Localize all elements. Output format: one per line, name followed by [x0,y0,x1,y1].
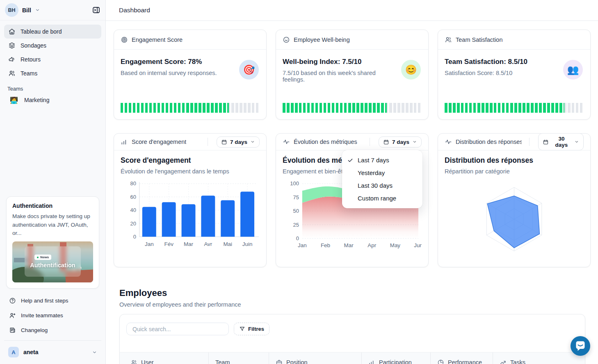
menu-item-last-30-days[interactable]: Last 30 days [342,179,422,192]
svg-text:Feb: Feb [321,242,330,248]
menu-item-yesterday[interactable]: Yesterday [342,166,422,179]
sidebar-item-label: Help and first steps [21,298,68,304]
user-plus-icon [9,312,16,319]
sidebar-item-label: Tableau de bord [21,28,62,35]
sidebar-item-label: Teams [21,70,37,77]
menu-item-last-7-days[interactable]: Last 7 days [342,154,422,166]
date-range-button[interactable]: 30 days [538,133,584,150]
column-header-participation[interactable]: Participation [361,353,430,364]
svg-text:Juin: Juin [242,241,253,247]
sidebar-item-teams[interactable]: Teams [4,66,101,80]
column-header-position[interactable]: Position [269,353,361,364]
sidebar-item-marketing[interactable]: 🧑‍💻Marketing [4,93,101,107]
chart-card-engagement: Score d'engagement 7 days Score d'engage… [114,133,267,267]
calendar-icon [221,139,227,145]
chat-launcher-button[interactable] [571,336,590,356]
app-root: BH Bill Tableau de bordSondagesRetoursTe… [0,0,598,364]
activity-icon [283,138,290,146]
avatar[interactable]: BH [5,3,18,17]
auth-image-label: Authentification [30,262,75,268]
team-list: 🧑‍💻Marketing [0,93,105,107]
card-header-title: Employee Well-being [294,36,350,43]
search-input[interactable] [126,323,229,335]
chevron-down-icon [92,350,97,355]
sidebar-item-feedback[interactable]: Retours [4,52,101,66]
users-icon [445,36,452,43]
table-header-row: UserTeamPositionParticipationPerformance… [120,352,585,364]
svg-text:20: 20 [130,221,136,227]
svg-text:Avr: Avr [204,241,212,247]
sidebar-item-dashboard[interactable]: Tableau de bord [4,25,101,39]
svg-text:Mar: Mar [184,241,194,247]
sidebar-item-changelog[interactable]: Changelog [5,323,100,337]
filters-button[interactable]: Filtres [234,323,269,335]
chevron-down-icon [250,139,255,144]
progress-stripes [121,103,260,113]
bar-chart-icon [121,138,128,146]
column-header-performance[interactable]: Performance [430,353,493,364]
column-label: Participation [379,359,412,364]
auth-promo-card[interactable]: Authentication Make docs private by sett… [6,196,99,289]
employees-section-header: Employees Overview of employees and thei… [119,288,585,308]
chevron-down-icon [574,139,579,144]
sidebar: BH Bill Tableau de bordSondagesRetoursTe… [0,0,106,364]
chart-title: Score d'engagement [121,156,260,165]
svg-text:Jun: Jun [414,242,422,248]
chat-bubble-icon [571,336,590,356]
date-range-menu: Last 7 daysYesterdayLast 30 daysCustom r… [342,150,422,208]
svg-text:0: 0 [133,234,136,240]
sidebar-nav: Tableau de bordSondagesRetoursTeams [0,20,105,80]
stat-title: Engagement Score: 78% [121,58,260,66]
user-name[interactable]: Bill [22,7,31,14]
svg-text:Jan: Jan [298,242,307,248]
date-range-button[interactable]: 7 days [379,136,422,148]
panel-collapse-icon [92,6,100,14]
top-bar: Dashboard [106,0,598,21]
column-header-user[interactable]: User [120,353,208,364]
employees-subtitle: Overview of employees and their performa… [119,301,585,308]
stat-card-satisfaction: Team Satisfaction Team Satisfaction: 8.5… [438,30,591,120]
news-dot-icon [37,257,39,258]
target-emoji-badge: 🎯 [239,60,259,80]
stat-title: Team Satisfaction: 8.5/10 [445,58,584,66]
menu-item-label: Custom range [358,195,396,202]
table-toolbar: Filtres [120,314,585,335]
collapse-sidebar-button[interactable] [92,6,100,14]
target-icon [121,36,128,43]
workspace-switcher[interactable]: A aneta [5,344,100,361]
menu-item-custom-range[interactable]: Custom range [342,192,422,205]
menu-item-label: Last 7 days [358,157,389,164]
sidebar-item-surveys[interactable]: Sondages [4,39,101,52]
sidebar-item-help[interactable]: Help and first steps [5,293,100,308]
megaphone-icon [8,56,16,63]
stat-subtitle: 7.5/10 based on this week's shared feeli… [283,70,387,83]
chevron-down-icon[interactable] [35,7,40,13]
card-header-title: Distribution des réponses [456,139,522,145]
divider [4,340,101,341]
users-icon [130,359,137,364]
svg-text:50: 50 [293,208,299,214]
chart-subtitle: Répartition par catégorie [445,168,584,175]
stat-subtitle: Based on internal survey responses. [121,70,225,76]
card-header-title: Évolution des métriques [294,139,357,145]
auth-image-overlay: News Authentification [25,246,81,277]
column-label: Tasks [510,359,525,364]
auth-card-description: Make docs private by setting up authenti… [12,212,93,237]
column-label: User [141,359,154,364]
svg-text:60: 60 [130,194,136,200]
workspace-avatar: A [8,347,19,357]
calendar-icon [383,139,389,145]
workspace-name: aneta [23,349,39,355]
stat-card-engagement: Engagement Score Engagement Score: 78% B… [114,30,267,120]
sidebar-item-label: Invite teammates [21,312,63,318]
card-header-title: Team Satisfaction [456,36,502,43]
svg-text:0: 0 [296,235,299,241]
employees-table-card: Filtres UserTeamPositionParticipationPer… [119,314,585,364]
sidebar-footer: Help and first stepsInvite teammatesChan… [0,291,105,364]
sidebar-item-invite[interactable]: Invite teammates [5,308,100,323]
column-header-team[interactable]: Team [208,353,269,364]
column-label: Position [286,359,308,364]
sidebar-header: BH Bill [0,0,105,20]
smile-icon [283,36,290,43]
date-range-button[interactable]: 7 days [217,136,260,148]
